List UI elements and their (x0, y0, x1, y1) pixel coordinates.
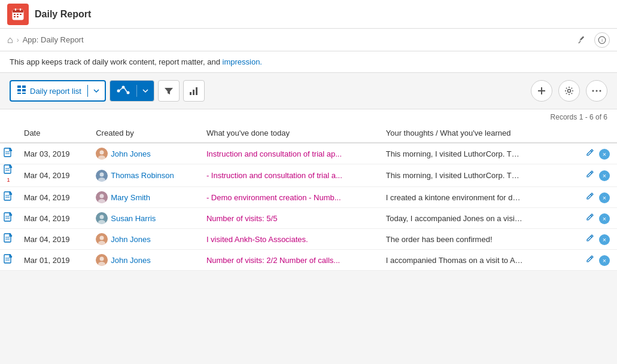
doc-file-icon (4, 254, 13, 265)
svg-point-48 (100, 194, 104, 198)
user-link[interactable]: Mary Smith (96, 191, 192, 203)
chart-button[interactable] (183, 80, 205, 102)
record-created-by[interactable]: Susan Harris (89, 208, 199, 229)
chart-icon (189, 86, 199, 96)
record-created-by[interactable]: John Jones (89, 143, 199, 164)
user-name: John Jones (111, 235, 151, 244)
record-thoughts: This morning, I visited LuthorCorp. They… (379, 164, 579, 187)
delete-button[interactable]: × (599, 213, 610, 224)
table-row: Mar 04, 2019 Susan Harris Number of visi… (0, 208, 617, 229)
add-record-button[interactable] (531, 80, 552, 102)
delete-button[interactable]: × (599, 149, 610, 160)
chevron-down-icon (93, 87, 100, 94)
user-name: Thomas Robinson (111, 171, 174, 180)
user-link[interactable]: John Jones (96, 233, 192, 245)
svg-line-21 (120, 88, 122, 91)
doc-file-icon (4, 191, 13, 202)
record-doc-icon[interactable] (0, 208, 17, 229)
delete-button[interactable]: × (599, 234, 610, 245)
info-icon: i (598, 36, 606, 44)
toolbar-right (531, 80, 607, 102)
record-doc-icon[interactable]: 1 (0, 164, 17, 187)
record-doc-icon[interactable] (0, 187, 17, 208)
graph-icon (116, 85, 130, 97)
graph-icon-part[interactable] (110, 85, 137, 97)
table-row: Mar 01, 2019 John Jones Number of visits… (0, 250, 617, 271)
delete-button[interactable]: × (599, 192, 610, 203)
svg-line-9 (579, 41, 581, 43)
edit-button[interactable] (586, 149, 597, 158)
info-button[interactable]: i (594, 32, 610, 48)
record-created-by[interactable]: Mary Smith (89, 187, 199, 208)
edit-button[interactable] (586, 256, 597, 265)
svg-point-27 (592, 90, 594, 92)
graph-dropdown-button[interactable] (137, 87, 154, 94)
svg-point-26 (568, 90, 571, 93)
user-avatar (96, 170, 108, 182)
svg-point-69 (100, 257, 104, 261)
impression-link[interactable]: impression. (223, 57, 262, 66)
settings-button[interactable] (558, 80, 580, 102)
delete-button[interactable]: × (599, 255, 610, 266)
graph-selector[interactable] (110, 80, 154, 102)
edit-button[interactable] (586, 214, 597, 223)
edit-button[interactable] (586, 193, 597, 202)
svg-rect-4 (14, 14, 16, 15)
record-thoughts: I created a kintone environment for demo… (379, 187, 579, 208)
user-name: John Jones (111, 149, 151, 158)
user-name: Mary Smith (111, 193, 150, 202)
edit-button[interactable] (586, 235, 597, 244)
record-done-today: - Demo environment creation - Numb... (199, 187, 379, 208)
record-doc-icon[interactable] (0, 229, 17, 250)
pin-button[interactable] (574, 32, 589, 48)
view-selector[interactable]: Daily report list (10, 80, 106, 102)
avatar-svg (96, 233, 108, 245)
plus-icon (537, 87, 546, 95)
avatar-svg (96, 170, 108, 182)
filter-button[interactable] (158, 80, 180, 102)
user-avatar (96, 212, 108, 224)
user-avatar (96, 254, 108, 266)
user-link[interactable]: John Jones (96, 148, 192, 160)
edit-button[interactable] (586, 171, 597, 180)
record-created-by[interactable]: John Jones (89, 229, 199, 250)
svg-rect-16 (17, 93, 21, 94)
view-label-text: Daily report list (30, 87, 81, 96)
view-dropdown-button[interactable] (88, 87, 105, 94)
svg-rect-1 (13, 10, 23, 13)
col-thoughts-header: Your thoughts / What you've learned (379, 124, 579, 143)
pin-icon (578, 36, 586, 44)
user-link[interactable]: Thomas Robinson (96, 170, 192, 182)
svg-rect-5 (17, 14, 19, 15)
record-created-by[interactable]: Thomas Robinson (89, 164, 199, 187)
edit-icon (586, 170, 594, 178)
col-actions-header (579, 124, 617, 143)
svg-point-29 (600, 90, 601, 92)
record-thoughts: The order has been confirmed! (379, 229, 579, 250)
avatar-svg (96, 254, 108, 266)
user-link[interactable]: John Jones (96, 254, 192, 266)
description-text: This app keeps track of daily work conte… (10, 57, 262, 66)
home-button[interactable]: ⌂ (7, 35, 13, 45)
more-options-button[interactable] (586, 80, 607, 102)
delete-button[interactable]: × (599, 170, 610, 181)
svg-line-22 (124, 88, 127, 92)
avatar-svg (96, 212, 108, 224)
record-created-by[interactable]: John Jones (89, 250, 199, 271)
svg-text:i: i (601, 37, 603, 42)
record-done-today: Number of visits: 2/2 Number of calls... (199, 250, 379, 271)
svg-rect-6 (20, 14, 22, 15)
col-date-header: Date (17, 124, 89, 143)
user-link[interactable]: Susan Harris (96, 212, 192, 224)
view-label-part[interactable]: Daily report list (11, 85, 88, 97)
filter-icon (164, 86, 174, 96)
table-body: Mar 03, 2019 John Jones Instruction and … (0, 143, 617, 271)
svg-rect-14 (17, 89, 21, 91)
more-icon (592, 90, 601, 92)
breadcrumb-actions: i (574, 32, 610, 48)
user-avatar (96, 148, 108, 160)
record-doc-icon[interactable] (0, 250, 17, 271)
doc-file-icon (4, 212, 13, 223)
record-doc-icon[interactable] (0, 143, 17, 164)
edit-icon (586, 234, 594, 242)
